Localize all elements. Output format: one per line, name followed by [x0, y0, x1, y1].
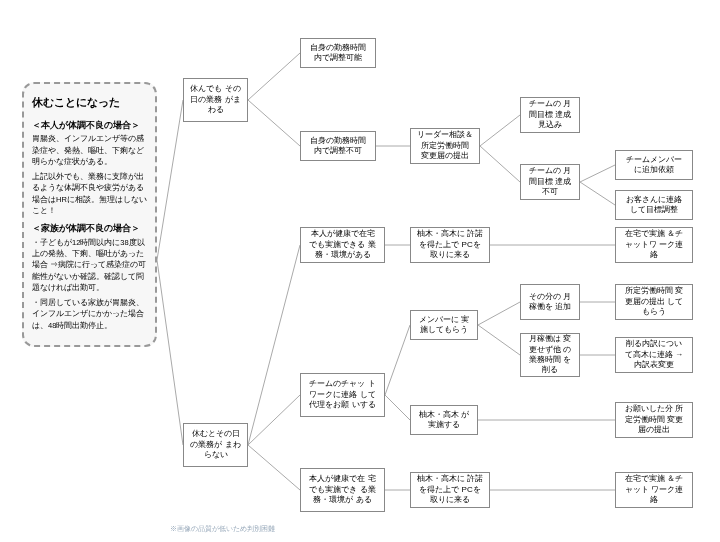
node-remote-work: 在宅で実施 ＆チャットワ ーク連絡 [615, 227, 693, 263]
node-pc-pickup: 柚木・高木に 許諾を得た上で PCを取りに来る [410, 227, 490, 263]
node-cut-other: 月稼働は 変更せず他 の業務時間 を削る [520, 333, 580, 377]
svg-line-5 [480, 115, 520, 146]
node-requested-hours-form: お願いした分 所定労働時間 変更届の提出 [615, 402, 693, 438]
node-add-member: チームメンバー に追加依頼 [615, 150, 693, 180]
node-add-operation: その分の 月稼働を 追加 [520, 284, 580, 320]
svg-line-2 [248, 53, 300, 100]
node-adjust-impossible: 自身の勤務時間 内で調整不可 [300, 131, 376, 161]
panel-text: 胃腸炎、インフルエンザ等の感染症や、発熱、嘔吐、下痢など明らかな症状がある。 [32, 133, 147, 167]
info-panel: 休むことになった ＜本人が体調不良の場合＞ 胃腸炎、インフルエンザ等の感染症や、… [22, 82, 157, 347]
node-work-continues: 休んでも その日の業務 がまわる [183, 78, 248, 122]
footer-note: ※画像の品質が低いため判別困難 [170, 524, 275, 534]
node-chatwork-request: チームのチャッ トワークに連絡 して代理をお願 いする [300, 373, 385, 417]
node-pc-pickup-alt: 柚木・高木に 許諾を得た上で PCを取りに来る [410, 472, 490, 508]
node-remote-env-alt: 本人が健康で在 宅でも実施でき る業務・環境が ある [300, 468, 385, 512]
svg-line-15 [385, 395, 410, 420]
svg-line-0 [157, 100, 183, 260]
svg-line-8 [580, 182, 615, 205]
svg-line-17 [478, 325, 520, 355]
svg-line-6 [480, 146, 520, 182]
panel-title: 休むことになった [32, 94, 147, 111]
svg-line-10 [248, 395, 300, 445]
node-remote-work-alt: 在宅で実施 ＆チャット ワーク連絡 [615, 472, 693, 508]
panel-text: ・同居している家族が胃腸炎、インフルエンザにかかった場合は、48時間出勤停止。 [32, 297, 147, 331]
node-manager-does: 柚木・高木 が実施する [410, 405, 478, 435]
node-goal-ok: チームの 月間目標 達成見込み [520, 97, 580, 133]
node-goal-ng: チームの 月間目標 達成不可 [520, 164, 580, 200]
panel-heading-family: ＜家族が体調不良の場合＞ [32, 222, 147, 235]
svg-line-1 [157, 260, 183, 445]
panel-heading-self: ＜本人が体調不良の場合＞ [32, 119, 147, 132]
svg-line-14 [385, 325, 410, 395]
panel-text: ・子どもが12時間以内に38度以上の発熱、下痢、嘔吐があった場合 ⇒病院に行って… [32, 237, 147, 293]
node-hours-form: 所定労働時間 変更届の提出 してもらう [615, 284, 693, 320]
svg-line-9 [248, 245, 300, 445]
svg-line-7 [580, 165, 615, 182]
svg-line-3 [248, 100, 300, 146]
node-adjust-possible: 自身の勤務時間 内で調整可能 [300, 38, 376, 68]
node-leader-consult: リーダー相談＆ 所定労働時間 変更届の提出 [410, 128, 480, 164]
node-remote-env-self: 本人が健康で在宅 でも実施できる 業務・環境がある [300, 227, 385, 263]
node-member-does: メンバーに 実施してもらう [410, 310, 478, 340]
panel-text: 上記以外でも、業務に支障が出るような体調不良や疲労がある場合はHRに相談。無理は… [32, 171, 147, 216]
svg-line-11 [248, 445, 300, 490]
svg-line-16 [478, 302, 520, 325]
node-work-blocked: 休むとその日 の業務が まわらない [183, 423, 248, 467]
node-contact-customer: お客さんに連絡 して目標調整 [615, 190, 693, 220]
node-breakdown-change: 削る内訳につい て高木に連絡 →内訳表変更 [615, 337, 693, 373]
